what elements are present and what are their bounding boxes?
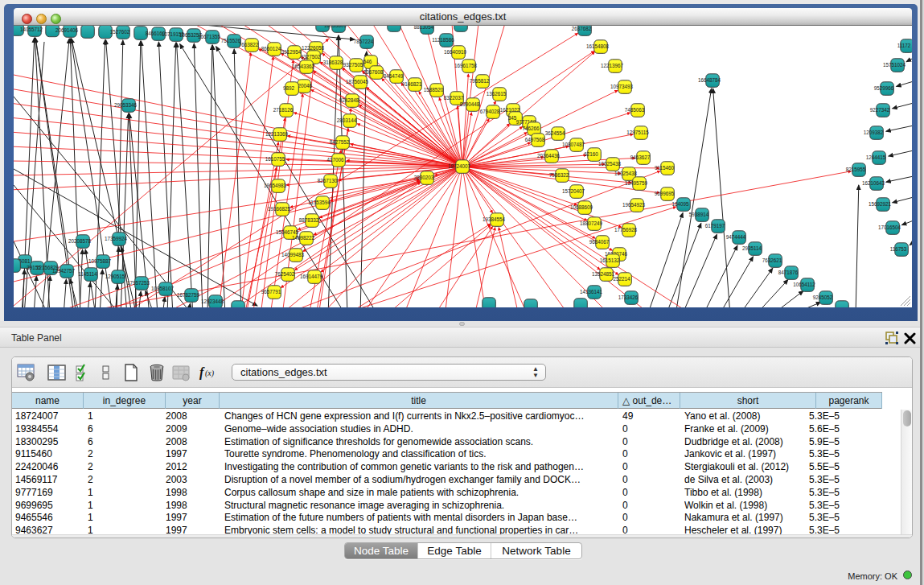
svg-text:62160: 62160 (584, 151, 598, 157)
svg-text:17016504: 17016504 (878, 225, 901, 230)
svg-text:5938914: 5938914 (689, 212, 709, 217)
svg-text:3624554: 3624554 (545, 130, 565, 136)
svg-text:1290515: 1290515 (105, 274, 125, 279)
svg-text:14136141: 14136141 (580, 289, 603, 295)
svg-text:3912954: 3912954 (281, 49, 302, 55)
svg-text:1588520: 1588520 (424, 87, 444, 93)
svg-text:8215955: 8215955 (846, 167, 866, 172)
svg-text:12975115: 12975115 (626, 130, 649, 135)
svg-text:12226058: 12226058 (302, 45, 325, 51)
svg-text:18807249: 18807249 (580, 220, 603, 226)
svg-text:20364436: 20364436 (537, 153, 561, 159)
svg-text:16154808: 16154808 (586, 43, 610, 49)
svg-text:2718126: 2718126 (273, 107, 294, 113)
svg-text:10025438: 10025438 (598, 161, 622, 167)
svg-text:10807487: 10807487 (562, 142, 585, 147)
svg-text:8267130: 8267130 (318, 178, 338, 183)
svg-text:10973493: 10973493 (610, 84, 634, 89)
svg-text:9242848: 9242848 (339, 97, 359, 103)
svg-text:20208578: 20208578 (68, 238, 92, 244)
svg-text:9245052: 9245052 (813, 295, 833, 300)
svg-text:16543362: 16543362 (292, 64, 315, 69)
svg-text:18756045: 18756045 (346, 79, 369, 84)
svg-text:8454749: 8454749 (384, 73, 404, 79)
svg-text:9657791: 9657791 (261, 289, 281, 295)
svg-text:546: 546 (363, 59, 372, 64)
svg-text:1610755: 1610755 (265, 156, 285, 162)
svg-text:8660124: 8660124 (261, 46, 281, 51)
svg-text:9227342: 9227342 (870, 107, 890, 113)
svg-text:2935114: 2935114 (742, 245, 762, 251)
svg-text:2830203: 2830203 (414, 175, 434, 180)
svg-text:15046745: 15046745 (276, 229, 299, 235)
svg-text:19654983: 19654983 (264, 183, 287, 188)
svg-text:7857224: 7857224 (354, 39, 374, 44)
svg-text:9684067: 9684067 (589, 239, 610, 245)
svg-text:6794028: 6794028 (480, 109, 500, 114)
svg-text:11353594: 11353594 (308, 200, 331, 205)
svg-text:3186328: 3186328 (323, 60, 343, 65)
svg-text:7625402: 7625402 (275, 271, 295, 277)
svg-text:12213369: 12213369 (265, 131, 289, 137)
svg-text:17359924: 17359924 (105, 236, 128, 241)
svg-text:10025438: 10025438 (614, 171, 638, 176)
svg-text:417006: 417006 (326, 157, 344, 163)
svg-text:9529966: 9529966 (874, 85, 894, 91)
svg-text:7485063: 7485063 (625, 107, 645, 113)
svg-text:14055712: 14055712 (20, 27, 43, 32)
svg-text:252214: 252214 (613, 276, 630, 282)
svg-text:19166825: 19166825 (268, 206, 291, 212)
svg-text:14998222: 14998222 (292, 235, 315, 241)
svg-text:1145114: 1145114 (78, 271, 97, 277)
svg-text:2637682: 2637682 (572, 26, 592, 31)
svg-text:12942757: 12942757 (52, 268, 76, 274)
svg-text:7663822: 7663822 (239, 42, 259, 47)
svg-text:9327502: 9327502 (301, 54, 321, 60)
svg-text:9474444: 9474444 (726, 234, 746, 240)
svg-text:6497568: 6497568 (525, 137, 545, 142)
svg-text:16671355: 16671355 (198, 34, 221, 39)
svg-text:7955812: 7955812 (470, 78, 490, 84)
svg-text:17756928: 17756928 (614, 227, 638, 233)
svg-text:1362615: 1362615 (487, 91, 507, 97)
svg-text:12923448: 12923448 (201, 299, 224, 304)
svg-text:7986322: 7986322 (549, 172, 569, 178)
svg-text:11218586: 11218586 (432, 37, 454, 43)
svg-text:16033809: 16033809 (324, 26, 347, 28)
svg-text:19654923: 19654923 (622, 202, 646, 208)
svg-text:9892: 9892 (283, 85, 295, 91)
svg-text:10958107: 10958107 (151, 286, 175, 291)
svg-text:13495759: 13495759 (625, 180, 648, 186)
svg-text:16914479: 16914479 (300, 274, 323, 279)
svg-text:15692921: 15692921 (869, 201, 892, 207)
svg-text:8813054: 8813054 (414, 26, 434, 30)
svg-text:2803144: 2803144 (337, 117, 357, 123)
svg-text:29053346: 29053346 (114, 102, 138, 108)
svg-text:10975887: 10975887 (88, 258, 112, 264)
svg-text:9463627: 9463627 (630, 154, 651, 160)
svg-text:9146821: 9146821 (402, 81, 422, 87)
svg-text:1209382: 1209382 (864, 130, 884, 135)
svg-text:20691406: 20691406 (55, 27, 79, 33)
svg-text:164095: 164095 (671, 201, 689, 207)
svg-text:10654112: 10654112 (793, 282, 815, 287)
svg-text:1244415: 1244415 (866, 154, 886, 160)
svg-text:8878332: 8878332 (299, 217, 319, 223)
svg-text:746266: 746266 (522, 126, 540, 131)
svg-text:16782759: 16782759 (177, 292, 200, 298)
svg-text:9327505: 9327505 (343, 62, 363, 68)
svg-text:19384554: 19384554 (483, 216, 506, 222)
svg-text:12213967: 12213967 (601, 63, 624, 68)
svg-text:f: f (199, 365, 205, 380)
svg-text:116753: 116753 (890, 246, 907, 252)
svg-text:2367608: 2367608 (363, 69, 384, 75)
svg-text:10688609: 10688609 (570, 204, 593, 210)
svg-text:16640910: 16640910 (444, 49, 467, 55)
svg-text:11172: 11172 (897, 43, 911, 48)
svg-text:6179197: 6179197 (705, 223, 725, 229)
svg-text:1527602: 1527602 (110, 29, 130, 35)
svg-text:15720407: 15720407 (562, 188, 585, 194)
svg-text:9699695: 9699695 (655, 191, 675, 196)
svg-text:17957253: 17957253 (127, 280, 150, 286)
svg-text:8322037: 8322037 (444, 95, 464, 101)
